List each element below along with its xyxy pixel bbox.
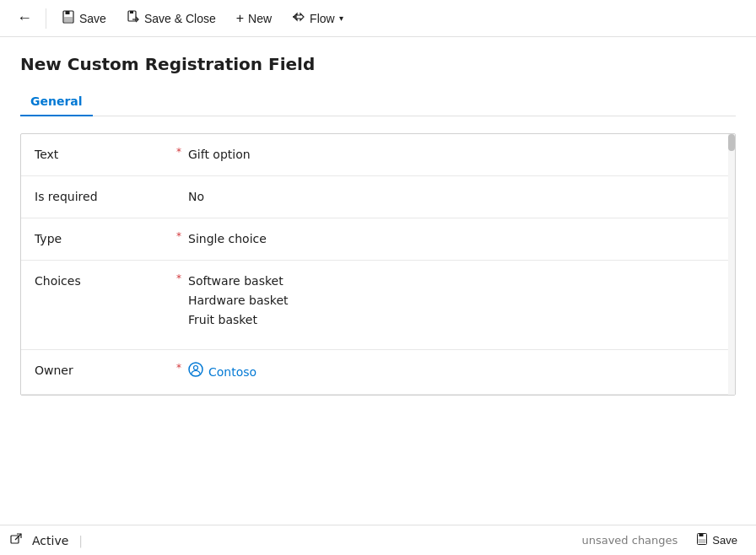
save-button[interactable]: Save	[53, 5, 115, 31]
choices-value[interactable]: Software basket Hardware basket Fruit ba…	[188, 272, 721, 329]
tab-general[interactable]: General	[20, 88, 93, 116]
scrollbar-track	[728, 134, 735, 395]
back-button[interactable]: ←	[10, 4, 39, 32]
flow-label: Flow	[310, 12, 335, 25]
flow-icon	[292, 10, 305, 26]
type-value[interactable]: Single choice	[188, 230, 721, 248]
form-row-type: Type * Single choice	[21, 218, 735, 261]
new-button[interactable]: + New	[228, 6, 280, 31]
choices-label: Choices	[35, 272, 170, 288]
svg-rect-1	[66, 11, 70, 14]
owner-label: Owner	[35, 362, 170, 377]
form-row-text: Text * Gift option	[21, 134, 735, 176]
text-required: *	[176, 146, 181, 158]
choice-item-2: Hardware basket	[188, 292, 721, 310]
text-label: Text	[35, 146, 170, 161]
status-save-button[interactable]: Save	[688, 530, 746, 551]
is-required-value[interactable]: No	[188, 188, 721, 206]
form-container: Text * Gift option Is required * No Type…	[20, 133, 736, 396]
status-separator: |	[78, 534, 83, 547]
choice-item-1: Software basket	[188, 272, 721, 290]
status-save-label: Save	[712, 534, 737, 547]
new-label: New	[248, 12, 272, 25]
choices-required: *	[176, 272, 181, 284]
svg-point-6	[194, 366, 198, 370]
status-bar: Active | unsaved changes Save	[0, 525, 756, 555]
save-label: Save	[79, 12, 106, 25]
save-close-button[interactable]: Save & Close	[118, 5, 224, 31]
flow-button[interactable]: Flow ▾	[284, 5, 352, 31]
status-save-icon	[696, 533, 708, 547]
back-icon: ←	[17, 9, 32, 26]
save-close-label: Save & Close	[144, 12, 216, 25]
toolbar-divider	[46, 8, 46, 29]
form-row-owner: Owner * Contoso	[21, 350, 735, 395]
type-required: *	[176, 230, 181, 242]
type-label: Type	[35, 230, 170, 245]
main-content: New Custom Registration Field General Te…	[0, 37, 756, 525]
text-value[interactable]: Gift option	[188, 146, 721, 164]
save-icon	[62, 10, 75, 26]
form-row-is-required: Is required * No	[21, 176, 735, 218]
tabs: General	[20, 88, 736, 116]
unsaved-changes: unsaved changes	[581, 534, 678, 547]
external-link-icon[interactable]	[10, 533, 22, 547]
toolbar: ← Save Save & Close + New	[0, 0, 756, 37]
form-row-choices: Choices * Software basket Hardware baske…	[21, 261, 735, 350]
owner-name: Contoso	[208, 364, 256, 381]
svg-rect-7	[11, 536, 19, 543]
new-icon: +	[236, 11, 244, 26]
status-text: Active	[32, 534, 68, 547]
svg-rect-10	[699, 539, 706, 543]
flow-dropdown-icon: ▾	[339, 13, 343, 23]
user-icon	[188, 362, 203, 382]
status-left: Active |	[10, 533, 83, 547]
page-title: New Custom Registration Field	[20, 54, 736, 74]
owner-required: *	[176, 362, 181, 374]
svg-rect-4	[130, 11, 133, 13]
owner-value[interactable]: Contoso	[188, 362, 721, 382]
owner-link[interactable]: Contoso	[188, 362, 721, 382]
scrollbar-thumb[interactable]	[728, 134, 735, 151]
is-required-label: Is required	[35, 188, 170, 203]
choice-item-3: Fruit basket	[188, 311, 721, 329]
save-close-icon	[127, 10, 140, 26]
svg-rect-9	[699, 534, 704, 537]
status-right: unsaved changes Save	[581, 530, 746, 551]
svg-rect-2	[64, 17, 73, 22]
